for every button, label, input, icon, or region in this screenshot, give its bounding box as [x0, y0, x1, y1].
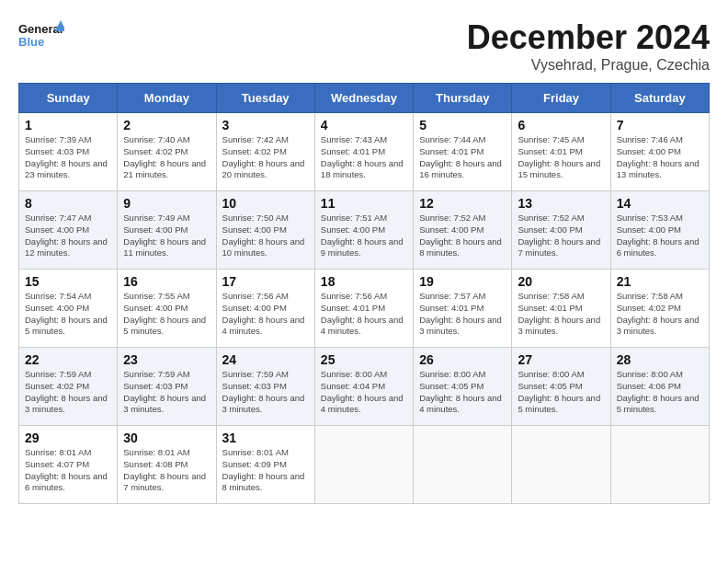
calendar-cell: 9 Sunrise: 7:49 AMSunset: 4:00 PMDayligh…	[118, 191, 216, 270]
day-number: 6	[518, 118, 604, 132]
calendar-cell: 27 Sunrise: 8:00 AMSunset: 4:05 PMDaylig…	[512, 348, 610, 426]
day-number: 23	[123, 352, 210, 367]
calendar-cell: 31 Sunrise: 8:01 AMSunset: 4:09 PMDaylig…	[216, 426, 314, 504]
day-number: 31	[222, 431, 309, 445]
day-info: Sunrise: 7:53 AMSunset: 4:00 PMDaylight:…	[617, 213, 703, 259]
calendar-cell: 6 Sunrise: 7:45 AMSunset: 4:01 PMDayligh…	[512, 113, 610, 191]
calendar-cell: 1 Sunrise: 7:39 AMSunset: 4:03 PMDayligh…	[19, 113, 118, 191]
calendar-row-4: 22 Sunrise: 7:59 AMSunset: 4:02 PMDaylig…	[19, 348, 710, 426]
day-number: 3	[222, 118, 309, 132]
col-monday: Monday	[118, 84, 216, 113]
calendar-cell: 3 Sunrise: 7:42 AMSunset: 4:02 PMDayligh…	[216, 113, 314, 191]
day-number: 17	[222, 274, 309, 289]
calendar-cell: 20 Sunrise: 7:58 AMSunset: 4:01 PMDaylig…	[512, 270, 610, 348]
calendar-cell: 15 Sunrise: 7:54 AMSunset: 4:00 PMDaylig…	[19, 270, 118, 348]
day-number: 28	[617, 352, 703, 367]
logo-svg: General Blue	[18, 18, 64, 55]
day-info: Sunrise: 7:59 AMSunset: 4:03 PMDaylight:…	[123, 369, 210, 416]
day-info: Sunrise: 7:52 AMSunset: 4:00 PMDaylight:…	[419, 213, 506, 259]
calendar-cell: 30 Sunrise: 8:01 AMSunset: 4:08 PMDaylig…	[118, 426, 216, 504]
day-number: 7	[617, 118, 703, 132]
day-number: 22	[25, 352, 111, 367]
day-number: 19	[419, 274, 506, 289]
calendar-cell: 26 Sunrise: 8:00 AMSunset: 4:05 PMDaylig…	[414, 348, 512, 426]
calendar-cell: 8 Sunrise: 7:47 AMSunset: 4:00 PMDayligh…	[19, 191, 118, 270]
calendar-body: 1 Sunrise: 7:39 AMSunset: 4:03 PMDayligh…	[19, 113, 710, 504]
col-friday: Friday	[512, 84, 610, 113]
calendar-cell: 11 Sunrise: 7:51 AMSunset: 4:00 PMDaylig…	[314, 191, 413, 270]
header: General Blue December 2024 Vysehrad, Pra…	[18, 18, 710, 74]
day-info: Sunrise: 7:47 AMSunset: 4:00 PMDaylight:…	[25, 213, 111, 259]
logo: General Blue	[18, 18, 64, 59]
calendar-cell: 7 Sunrise: 7:46 AMSunset: 4:00 PMDayligh…	[610, 113, 709, 191]
day-number: 5	[419, 118, 506, 132]
day-info: Sunrise: 7:59 AMSunset: 4:02 PMDaylight:…	[25, 369, 111, 416]
calendar-cell: 25 Sunrise: 8:00 AMSunset: 4:04 PMDaylig…	[314, 348, 413, 426]
calendar-cell	[414, 426, 512, 504]
day-number: 30	[123, 431, 210, 445]
day-number: 27	[518, 352, 604, 367]
day-number: 4	[321, 118, 407, 132]
day-number: 20	[518, 274, 604, 289]
day-info: Sunrise: 7:55 AMSunset: 4:00 PMDaylight:…	[123, 291, 210, 338]
day-info: Sunrise: 7:43 AMSunset: 4:01 PMDaylight:…	[321, 134, 407, 181]
day-number: 26	[419, 352, 506, 367]
day-info: Sunrise: 7:44 AMSunset: 4:01 PMDaylight:…	[419, 134, 506, 181]
day-info: Sunrise: 7:56 AMSunset: 4:00 PMDaylight:…	[222, 291, 309, 338]
day-number: 21	[617, 274, 703, 289]
day-number: 9	[123, 196, 210, 211]
calendar-cell: 22 Sunrise: 7:59 AMSunset: 4:02 PMDaylig…	[19, 348, 118, 426]
calendar-cell: 13 Sunrise: 7:52 AMSunset: 4:00 PMDaylig…	[512, 191, 610, 270]
day-number: 29	[25, 431, 111, 445]
title-area: December 2024 Vysehrad, Prague, Czechia	[467, 18, 710, 74]
day-number: 18	[321, 274, 407, 289]
day-number: 12	[419, 196, 506, 211]
calendar-cell: 21 Sunrise: 7:58 AMSunset: 4:02 PMDaylig…	[610, 270, 709, 348]
calendar-cell: 28 Sunrise: 8:00 AMSunset: 4:06 PMDaylig…	[610, 348, 709, 426]
day-info: Sunrise: 7:58 AMSunset: 4:02 PMDaylight:…	[617, 291, 703, 338]
calendar-table: Sunday Monday Tuesday Wednesday Thursday…	[18, 83, 710, 504]
day-number: 13	[518, 196, 604, 211]
day-info: Sunrise: 7:49 AMSunset: 4:00 PMDaylight:…	[123, 213, 210, 259]
day-number: 11	[321, 196, 407, 211]
day-info: Sunrise: 7:54 AMSunset: 4:00 PMDaylight:…	[25, 291, 111, 338]
day-info: Sunrise: 7:46 AMSunset: 4:00 PMDaylight:…	[617, 134, 703, 181]
day-info: Sunrise: 7:42 AMSunset: 4:02 PMDaylight:…	[222, 134, 309, 181]
calendar-row-5: 29 Sunrise: 8:01 AMSunset: 4:07 PMDaylig…	[19, 426, 710, 504]
day-info: Sunrise: 7:58 AMSunset: 4:01 PMDaylight:…	[518, 291, 604, 338]
day-number: 15	[25, 274, 111, 289]
calendar-cell: 29 Sunrise: 8:01 AMSunset: 4:07 PMDaylig…	[19, 426, 118, 504]
day-number: 1	[25, 118, 111, 132]
calendar-cell: 16 Sunrise: 7:55 AMSunset: 4:00 PMDaylig…	[118, 270, 216, 348]
day-info: Sunrise: 8:00 AMSunset: 4:05 PMDaylight:…	[419, 369, 506, 416]
svg-text:Blue: Blue	[18, 35, 44, 49]
day-number: 10	[222, 196, 309, 211]
day-info: Sunrise: 7:40 AMSunset: 4:02 PMDaylight:…	[123, 134, 210, 181]
day-number: 14	[617, 196, 703, 211]
calendar-cell	[512, 426, 610, 504]
day-info: Sunrise: 7:39 AMSunset: 4:03 PMDaylight:…	[25, 134, 111, 181]
day-number: 24	[222, 352, 309, 367]
calendar-cell: 19 Sunrise: 7:57 AMSunset: 4:01 PMDaylig…	[414, 270, 512, 348]
day-info: Sunrise: 8:00 AMSunset: 4:04 PMDaylight:…	[321, 369, 407, 416]
day-info: Sunrise: 7:51 AMSunset: 4:00 PMDaylight:…	[321, 213, 407, 259]
day-info: Sunrise: 7:59 AMSunset: 4:03 PMDaylight:…	[222, 369, 309, 416]
day-number: 2	[123, 118, 210, 132]
calendar-row-1: 1 Sunrise: 7:39 AMSunset: 4:03 PMDayligh…	[19, 113, 710, 191]
calendar-cell	[314, 426, 413, 504]
calendar-cell: 23 Sunrise: 7:59 AMSunset: 4:03 PMDaylig…	[118, 348, 216, 426]
col-thursday: Thursday	[414, 84, 512, 113]
calendar-row-3: 15 Sunrise: 7:54 AMSunset: 4:00 PMDaylig…	[19, 270, 710, 348]
calendar-subtitle: Vysehrad, Prague, Czechia	[467, 57, 710, 74]
calendar-cell	[610, 426, 709, 504]
col-wednesday: Wednesday	[314, 84, 413, 113]
day-info: Sunrise: 7:50 AMSunset: 4:00 PMDaylight:…	[222, 213, 309, 259]
svg-text:General: General	[18, 22, 63, 36]
col-sunday: Sunday	[19, 84, 118, 113]
calendar-title: December 2024	[467, 18, 710, 57]
calendar-cell: 2 Sunrise: 7:40 AMSunset: 4:02 PMDayligh…	[118, 113, 216, 191]
calendar-cell: 17 Sunrise: 7:56 AMSunset: 4:00 PMDaylig…	[216, 270, 314, 348]
calendar-cell: 14 Sunrise: 7:53 AMSunset: 4:00 PMDaylig…	[610, 191, 709, 270]
calendar-cell: 10 Sunrise: 7:50 AMSunset: 4:00 PMDaylig…	[216, 191, 314, 270]
col-saturday: Saturday	[610, 84, 709, 113]
